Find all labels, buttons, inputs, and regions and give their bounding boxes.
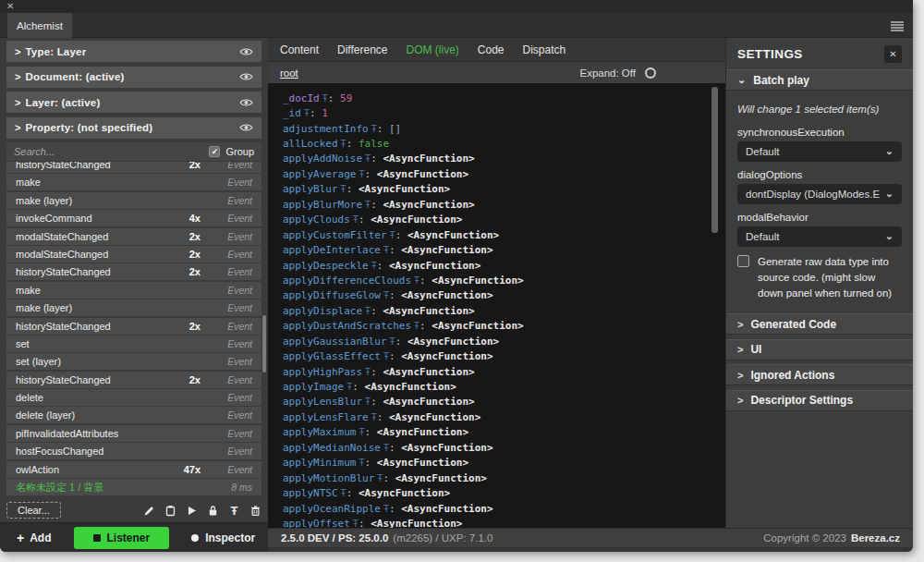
event-row[interactable]: historyStateChanged 2x Event: [6, 318, 261, 335]
dom-tree-line[interactable]: applyDustAndScratches Ŧ <AsyncFunction>: [283, 319, 725, 334]
colon: [359, 214, 371, 226]
dropdown-select[interactable]: Default ⌄: [737, 226, 902, 247]
listener-mode-button[interactable]: Listener: [74, 527, 170, 549]
content-tab[interactable]: Difference: [337, 43, 387, 56]
content-tab[interactable]: Dispatch: [523, 43, 566, 56]
dom-tree-line[interactable]: applyMaximum Ŧ <AsyncFunction>: [283, 425, 725, 440]
dom-tree-line[interactable]: applyDiffuseGlow Ŧ <AsyncFunction>: [283, 288, 725, 303]
event-row[interactable]: hostFocusChanged Event: [6, 443, 261, 459]
event-row[interactable]: historyStateChanged 2x Event: [6, 372, 261, 388]
event-row[interactable]: pifInvalidatedAttributes Event: [6, 425, 261, 442]
dom-tree-line[interactable]: applyBlurMore Ŧ <AsyncFunction>: [283, 197, 725, 212]
pin-icon[interactable]: Ŧ: [228, 505, 240, 517]
dom-tree-line[interactable]: applyNTSC Ŧ <AsyncFunction>: [283, 485, 725, 500]
dom-tree-line[interactable]: applyLensBlur Ŧ <AsyncFunction>: [283, 395, 725, 409]
filter-header[interactable]: > Type: Layer: [6, 41, 261, 62]
dom-tree-line[interactable]: applyDisplace Ŧ <AsyncFunction>: [283, 303, 725, 318]
dom-tree-line[interactable]: applyMinimum Ŧ <AsyncFunction>: [283, 456, 725, 470]
close-settings-button[interactable]: ✕: [884, 45, 902, 63]
colon: [377, 260, 389, 272]
accordion-batch-play[interactable]: ⌄ Batch play: [726, 69, 913, 91]
event-row[interactable]: make (layer) Event: [6, 299, 261, 316]
search-input[interactable]: [14, 146, 209, 157]
scrollbar-thumb[interactable]: [711, 87, 718, 233]
dom-tree-line[interactable]: applyDifferenceClouds Ŧ <AsyncFunction>: [283, 273, 725, 287]
clear-button[interactable]: Clear...: [6, 502, 61, 519]
filter-header[interactable]: > Layer: (active): [6, 92, 261, 113]
filter-header[interactable]: > Property: (not specified): [6, 117, 261, 139]
eye-icon[interactable]: [239, 123, 253, 132]
dom-tree: _docId Ŧ 59 _id Ŧ 1 adjustmentInfo Ŧ: [268, 83, 725, 528]
event-row[interactable]: invokeCommand 4x Event: [6, 210, 261, 226]
eye-icon[interactable]: [239, 98, 253, 107]
eye-icon[interactable]: [239, 47, 253, 56]
dom-tree-line[interactable]: applyDespeckle Ŧ <AsyncFunction>: [283, 258, 725, 273]
event-row[interactable]: modalStateChanged 2x Event: [6, 246, 261, 263]
brand-link[interactable]: Bereza.cz: [851, 532, 900, 544]
dropdown-select[interactable]: Default ⌄: [737, 141, 902, 162]
dom-tree-line[interactable]: applyMotionBlur Ŧ <AsyncFunction>: [283, 470, 725, 485]
dom-tree-line[interactable]: applyGlassEffect Ŧ <AsyncFunction>: [283, 348, 725, 363]
dom-tree-line[interactable]: applyAddNoise Ŧ <AsyncFunction>: [283, 152, 725, 166]
lock-icon[interactable]: [207, 505, 219, 517]
breadcrumb-root-link[interactable]: root: [280, 67, 298, 79]
event-row[interactable]: owlAction 47x Event: [6, 461, 261, 478]
breadcrumb-row: root Expand: Off: [268, 61, 725, 83]
dom-tree-line[interactable]: applyOceanRipple Ŧ <AsyncFunction>: [283, 501, 725, 516]
expand-toggle[interactable]: [645, 67, 656, 79]
event-row[interactable]: historyStateChanged 2x Event: [6, 263, 261, 280]
inspector-mode-button[interactable]: Inspector: [191, 531, 255, 544]
event-name: 名称未設定 1 / 背景: [16, 481, 173, 495]
group-checkbox[interactable]: ✓: [209, 146, 220, 157]
dom-tree-line[interactable]: applyHighPass Ŧ <AsyncFunction>: [283, 364, 725, 379]
event-type: Event: [213, 428, 252, 439]
accordion-header[interactable]: > Ignored Actions: [726, 364, 913, 385]
dom-tree-line[interactable]: applyClouds Ŧ <AsyncFunction>: [283, 213, 725, 227]
dropdown-select[interactable]: dontDisplay (DialogModes.ERR... ⌄: [737, 184, 902, 204]
add-button[interactable]: + Add: [17, 531, 52, 545]
dom-tree-line[interactable]: _docId Ŧ 59: [283, 91, 725, 105]
dom-tree-line[interactable]: applyAverage Ŧ <AsyncFunction>: [283, 166, 725, 181]
event-row[interactable]: make (layer) Event: [6, 192, 261, 209]
event-row[interactable]: set Event: [6, 336, 261, 352]
dom-tree-line[interactable]: allLocked Ŧ false: [283, 136, 725, 151]
content-panel: Content Difference DOM (live) Code Dispa…: [268, 38, 725, 528]
dom-tree-line[interactable]: applyOffset Ŧ <AsyncFunction>: [283, 516, 725, 528]
event-row[interactable]: modalStateChanged 2x Event: [6, 228, 261, 245]
trash-icon[interactable]: [249, 505, 261, 517]
eye-icon[interactable]: [239, 72, 253, 81]
event-row[interactable]: historyStateChanged 2x Event: [6, 162, 261, 173]
dom-tree-line[interactable]: applyBlur Ŧ <AsyncFunction>: [283, 182, 725, 197]
property-key: applyNTSC: [283, 487, 338, 499]
menu-icon[interactable]: [891, 18, 904, 35]
event-row[interactable]: 名称未設定 1 / 背景 8 ms: [6, 479, 261, 495]
accordion-header[interactable]: > Generated Code: [726, 313, 913, 335]
content-tab[interactable]: Code: [478, 43, 505, 56]
generate-raw-checkbox[interactable]: [737, 255, 749, 267]
dom-tree-line[interactable]: applyGaussianBlur Ŧ <AsyncFunction>: [283, 334, 725, 348]
play-icon[interactable]: [186, 505, 198, 517]
dom-tree-line[interactable]: _id Ŧ 1: [283, 105, 725, 120]
dom-tree-line[interactable]: applyLensFlare Ŧ <AsyncFunction>: [283, 409, 725, 424]
dom-tree-line[interactable]: applyDeInterlace Ŧ <AsyncFunction>: [283, 242, 725, 257]
scrollbar-thumb[interactable]: [262, 315, 266, 373]
dom-tree-line[interactable]: applyImage Ŧ <AsyncFunction>: [283, 379, 725, 394]
dom-tree-line[interactable]: applyMedianNoise Ŧ <AsyncFunction>: [283, 440, 725, 455]
event-row[interactable]: delete (layer) Event: [6, 407, 261, 423]
accordion-header[interactable]: > UI: [726, 339, 913, 360]
close-icon[interactable]: ✕: [6, 1, 14, 11]
accordion-header[interactable]: > Descriptor Settings: [726, 390, 913, 411]
dom-tree-line[interactable]: adjustmentInfo Ŧ []: [283, 121, 725, 136]
event-row[interactable]: make Event: [6, 174, 261, 190]
event-row[interactable]: delete Event: [6, 389, 261, 406]
content-tab[interactable]: DOM (live): [407, 43, 459, 56]
colon: [419, 275, 432, 287]
filter-header[interactable]: > Document: (active): [6, 67, 261, 88]
paste-icon[interactable]: [164, 505, 176, 517]
dom-tree-line[interactable]: applyCustomFilter Ŧ <AsyncFunction>: [283, 227, 725, 242]
content-tab[interactable]: Content: [280, 43, 319, 56]
edit-icon[interactable]: [143, 505, 155, 517]
event-row[interactable]: set (layer) Event: [6, 353, 261, 370]
tab-alchemist[interactable]: Alchemist: [7, 13, 72, 38]
event-row[interactable]: make Event: [6, 282, 261, 299]
